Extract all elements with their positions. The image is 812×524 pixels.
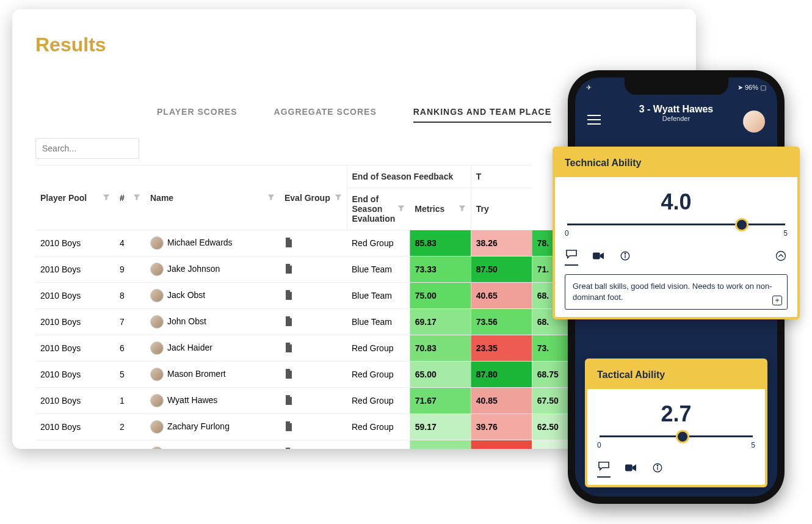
card-title: Technical Ability — [555, 149, 797, 177]
filter-icon[interactable] — [267, 193, 275, 203]
document-icon[interactable] — [280, 309, 347, 335]
cell-metrics: 40.65 — [471, 283, 532, 309]
cell-pool: 2010 Boys — [35, 414, 115, 440]
cell-pool: 2010 Boys — [35, 230, 115, 257]
tactical-slider[interactable] — [600, 435, 753, 437]
info-icon[interactable] — [651, 462, 664, 476]
page-title: Results — [35, 34, 673, 56]
avatar — [150, 420, 164, 434]
tab-player-scores[interactable]: PLAYER SCORES — [157, 102, 237, 123]
filter-icon[interactable] — [133, 193, 140, 203]
col-eval-group: Eval Group — [285, 193, 330, 203]
cell-pool: 2010 Boys — [35, 388, 115, 414]
note-box[interactable]: Great ball skills, good field vision. Ne… — [565, 274, 788, 310]
tab-rankings[interactable]: RANKINGS AND TEAM PLACE — [413, 102, 551, 123]
card-title: Tactical Ability — [587, 361, 765, 389]
cell-num: 3 — [115, 440, 145, 449]
cell-metrics: 40.85 — [471, 388, 532, 414]
cell-pool: 2010 Boys — [35, 257, 115, 283]
slider-min: 0 — [565, 229, 569, 238]
cell-metrics: 39.76 — [471, 414, 532, 440]
filter-icon[interactable] — [103, 193, 110, 203]
filter-icon[interactable] — [335, 193, 342, 203]
cell-eos: 75.00 — [410, 283, 471, 309]
col-eos: End of Season Evaluation — [352, 194, 396, 224]
cell-eval-group: Red Group — [347, 388, 410, 414]
cell-num: 7 — [115, 309, 145, 335]
document-icon[interactable] — [280, 388, 347, 414]
cell-num: 4 — [115, 230, 145, 257]
cell-eval-group: Red Group — [347, 230, 410, 257]
menu-icon[interactable] — [587, 114, 601, 128]
svg-point-6 — [657, 465, 658, 467]
cell-eos: 73.33 — [410, 257, 471, 283]
video-icon[interactable] — [624, 462, 637, 476]
cell-eos: 85.83 — [410, 230, 471, 257]
tactical-score: 2.7 — [597, 401, 755, 427]
slider-min: 0 — [597, 441, 601, 449]
slider-thumb[interactable] — [676, 430, 689, 443]
avatar — [150, 394, 164, 407]
cell-eval-group: Red Group — [347, 335, 410, 362]
document-icon[interactable] — [280, 257, 347, 283]
filter-icon[interactable] — [397, 204, 405, 214]
cell-name: Jordan Ferraro — [145, 440, 280, 449]
document-icon[interactable] — [280, 283, 347, 309]
info-icon[interactable] — [618, 250, 632, 264]
cell-eos: 65.00 — [410, 362, 471, 388]
note-text: Great ball skills, good field vision. Ne… — [573, 282, 772, 302]
cell-metrics: 20.65 — [471, 440, 532, 449]
status-battery: 96% — [745, 84, 758, 91]
avatar — [150, 236, 164, 250]
add-note-icon[interactable]: + — [772, 296, 782, 305]
svg-point-11 — [777, 252, 786, 261]
cell-pool: 2010 Boys — [35, 440, 115, 449]
slider-thumb[interactable] — [735, 218, 749, 231]
cell-eval-group: Blue Team — [347, 257, 410, 283]
tab-aggregate-scores[interactable]: AGGREGATE SCORES — [274, 102, 377, 123]
cell-name: Michael Edwards — [145, 230, 280, 257]
avatar[interactable] — [743, 111, 765, 133]
cell-metrics: 38.26 — [471, 230, 532, 257]
cell-name: Mason Bromert — [145, 362, 280, 388]
location-icon: ➤ — [738, 84, 745, 91]
col-group-feedback: End of Season Feedback — [347, 166, 471, 188]
technical-slider[interactable] — [567, 224, 785, 225]
avatar — [150, 315, 164, 329]
document-icon[interactable] — [280, 440, 347, 449]
cell-num: 8 — [115, 283, 145, 309]
document-icon[interactable] — [280, 362, 347, 388]
document-icon[interactable] — [280, 335, 347, 362]
cell-eos: 70.83 — [410, 335, 471, 362]
search-input[interactable] — [35, 138, 139, 159]
avatar — [150, 289, 164, 302]
svg-rect-7 — [593, 253, 600, 260]
cell-metrics: 87.50 — [471, 257, 532, 283]
avatar — [150, 368, 164, 381]
comment-icon[interactable] — [565, 249, 578, 266]
collapse-icon[interactable] — [774, 250, 788, 264]
cell-eos: 59.17 — [410, 414, 471, 440]
technical-score: 4.0 — [565, 189, 788, 215]
cell-name: Wyatt Hawes — [145, 388, 280, 414]
video-icon[interactable] — [592, 250, 605, 264]
cell-num: 2 — [115, 414, 145, 440]
col-metrics: Metrics — [415, 204, 444, 214]
tactical-card: Tactical Ability 2.7 05 — [585, 358, 767, 487]
cell-eval-group: Red Group — [347, 362, 410, 388]
avatar — [150, 263, 164, 276]
avatar — [150, 341, 164, 355]
cell-eval-group: Blue Team — [347, 283, 410, 309]
col-player-pool: Player Pool — [40, 193, 87, 203]
comment-icon[interactable] — [597, 460, 611, 478]
cell-num: 1 — [115, 388, 145, 414]
document-icon[interactable] — [280, 230, 347, 257]
cell-name: Jack Obst — [145, 283, 280, 309]
cell-name: Jake Johnson — [145, 257, 280, 283]
document-icon[interactable] — [280, 414, 347, 440]
cell-eval-group: Red Group — [347, 440, 410, 449]
cell-eos: 67.50 — [410, 440, 471, 449]
cell-metrics: 73.56 — [471, 309, 532, 335]
phone-notch — [625, 78, 728, 95]
filter-icon[interactable] — [459, 204, 466, 214]
